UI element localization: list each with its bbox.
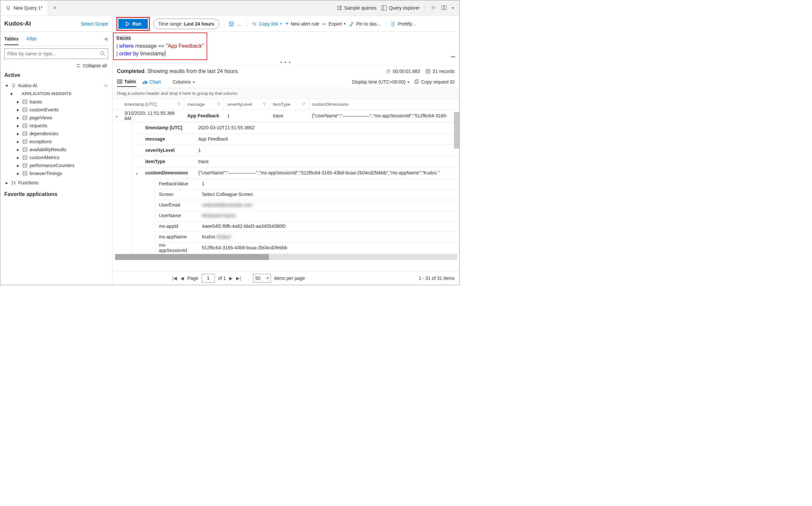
pin-button[interactable]: Pin to das...	[349, 21, 381, 26]
sub-value: 512f6c64-3165-43b8-bcaa-2b04cd2febbb	[198, 245, 459, 250]
columns-button[interactable]: Columns ▾	[173, 79, 195, 85]
table-icon	[22, 171, 27, 176]
copy-link-button[interactable]: Copy link ▾	[252, 21, 282, 26]
col-timestamp[interactable]: timestamp [UTC]▽	[121, 99, 184, 110]
sidebar-search[interactable]	[4, 49, 108, 59]
tree-leaf-customMetrics[interactable]: ▸customMetrics	[4, 154, 108, 162]
detail-value: 2020-03-10T11:51:55.366Z	[194, 125, 459, 130]
query-explorer-button[interactable]: Query explorer	[382, 5, 420, 11]
svg-rect-20	[23, 124, 27, 128]
copy-request-id-button[interactable]: Copy request ID	[414, 79, 455, 85]
tree-leaf-dependencies[interactable]: ▸dependencies	[4, 130, 108, 138]
detail-value: {"UserName":"——————","ms-appSessionId":"…	[194, 170, 459, 175]
export-icon: ↦	[323, 21, 327, 26]
pager-first-icon[interactable]: |◀	[172, 275, 177, 281]
tree-leaf-performanceCounters[interactable]: ▸performanceCounters	[4, 162, 108, 169]
pager-prev-icon[interactable]: ◀	[180, 275, 184, 281]
panels-icon[interactable]	[441, 5, 447, 11]
filter-icon[interactable]: ▽	[217, 102, 220, 106]
page-size-select[interactable]: 50▾	[253, 274, 271, 282]
expand-detail-icon[interactable]: ⌄	[132, 170, 141, 175]
svg-point-13	[100, 52, 104, 55]
tree-functions[interactable]: ▸ ƒx Functions	[4, 179, 108, 187]
table-icon	[22, 107, 27, 112]
sub-value: 1	[198, 181, 459, 186]
page-of-label: of 1	[218, 275, 226, 281]
pager-next-icon[interactable]: ▶	[229, 275, 233, 281]
format-icon	[390, 21, 395, 26]
tree-leaf-customEvents[interactable]: ▸customEvents	[4, 106, 108, 114]
col-itemtype[interactable]: itemType▽	[270, 99, 309, 110]
tree-leaf-requests[interactable]: ▸requests	[4, 122, 108, 130]
display-time-button[interactable]: Display time (UTC+00:00) ▾	[352, 79, 409, 85]
favorite-star-icon[interactable]: ☆	[103, 82, 108, 89]
query-editor[interactable]: traces | where message == "App Feedback"…	[114, 33, 206, 59]
filter-icon[interactable]: ▽	[263, 102, 266, 106]
query-status: Completed. Showing results from the last…	[117, 68, 239, 74]
tree-leaf-browserTimings[interactable]: ▸browserTimings	[4, 169, 108, 177]
export-button[interactable]: ↦ Export ▾	[323, 21, 346, 26]
sample-queries-button[interactable]: Sample queries	[337, 5, 376, 11]
svg-rect-11	[442, 6, 444, 10]
filter-icon[interactable]: ▽	[302, 102, 305, 106]
tree-root[interactable]: ▾ Kudos-AI ☆	[4, 81, 108, 90]
search-input[interactable]	[7, 51, 100, 56]
vertical-scrollbar[interactable]	[454, 112, 459, 149]
sub-key: Screen	[155, 192, 198, 197]
detail-value: 1	[194, 148, 459, 153]
group-by-hint[interactable]: Drag a column header and drop it here to…	[112, 88, 459, 99]
tree-leaf-availabilityResults[interactable]: ▸availabilityResults	[4, 146, 108, 154]
filter-icon[interactable]: ▽	[177, 102, 180, 106]
table-icon	[425, 69, 431, 74]
tree-leaf-traces[interactable]: ▸traces	[4, 98, 108, 106]
tree-leaf-exceptions[interactable]: ▸exceptions	[4, 138, 108, 146]
svg-rect-26	[23, 171, 27, 175]
svg-rect-7	[339, 9, 342, 10]
table-row[interactable]: ⌄ 3/10/2020, 11:51:55.366 AM App Feedbac…	[112, 110, 459, 122]
function-icon: ƒx	[11, 180, 16, 185]
sub-row: UserEmailredacted@example.com	[155, 199, 459, 210]
pin-icon	[349, 21, 354, 26]
link-icon	[252, 21, 257, 26]
settings-icon[interactable]	[431, 5, 436, 11]
time-range-pill[interactable]: Time range : Last 24 hours	[153, 18, 219, 29]
results-tab-chart[interactable]: Chart	[142, 79, 161, 85]
horizontal-scrollbar[interactable]	[115, 254, 457, 260]
table-icon	[117, 79, 122, 84]
chevron-down-icon[interactable]: ▾	[452, 6, 454, 10]
tree-leaf-pageViews[interactable]: ▸pageViews	[4, 114, 108, 122]
svg-rect-30	[117, 80, 122, 84]
sidebar-collapse-icon[interactable]: «	[104, 35, 108, 43]
results-tab-table[interactable]: Table	[117, 79, 136, 87]
select-scope-link[interactable]: Select Scope	[81, 21, 108, 26]
page-number-input[interactable]	[202, 274, 215, 282]
col-message[interactable]: message▽	[184, 99, 224, 110]
sub-value: Redacted Name	[198, 213, 459, 218]
run-button[interactable]: Run	[118, 19, 148, 29]
sidebar-tab-tables[interactable]: Tables	[4, 36, 18, 41]
sub-row: ScreenSelect Colleague Screen	[155, 189, 459, 199]
sub-row: ms-appSessionId512f6c64-3165-43b8-bcaa-2…	[155, 242, 459, 253]
svg-point-0	[7, 6, 10, 9]
svg-rect-5	[339, 8, 342, 8]
favorites-header: Favorite applications	[4, 190, 108, 200]
query-tab[interactable]: New Query 1*	[0, 0, 48, 16]
new-tab-button[interactable]: +	[48, 0, 61, 16]
pager-last-icon[interactable]: ▶|	[236, 275, 241, 281]
caret-down-icon: ▾	[9, 91, 14, 96]
prettify-button[interactable]: Prettify...	[390, 21, 416, 26]
caret-down-icon: ▾	[4, 83, 9, 88]
svg-rect-16	[13, 87, 14, 87]
col-severity[interactable]: severityLevel▽	[224, 99, 270, 110]
sidebar-tab-filter[interactable]: Filter	[26, 36, 37, 41]
expand-row-icon[interactable]: ⌄	[112, 113, 121, 118]
save-button[interactable]	[229, 21, 234, 26]
caret-right-icon: ▸	[16, 163, 20, 168]
svg-rect-8	[382, 6, 387, 10]
tree-group[interactable]: ▾ APPLICATION INSIGHTS	[4, 90, 108, 98]
expand-up-icon[interactable]: ︽	[451, 53, 456, 59]
resize-handle[interactable]: • • •	[112, 61, 459, 65]
col-customdimensions[interactable]: customDimensions	[309, 99, 459, 110]
collapse-all-button[interactable]: Collapse all	[76, 63, 107, 68]
new-alert-button[interactable]: + New alert rule	[285, 20, 319, 27]
